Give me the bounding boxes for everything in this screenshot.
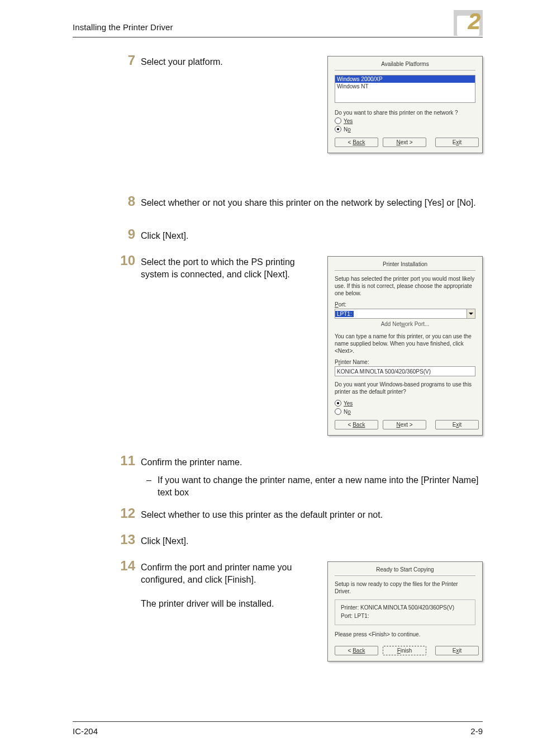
next-button[interactable]: Next > <box>383 420 426 429</box>
default-printer-question: Do you want your Windows-based programs … <box>335 381 475 395</box>
radio-yes[interactable]: Yes <box>335 400 475 407</box>
share-question: Do you want to share this printer on the… <box>335 110 475 116</box>
step-text: Select the port to which the PS printing… <box>141 256 315 280</box>
share-radio-group: Yes No <box>335 117 475 133</box>
step-text-line2: The printer driver will be installed. <box>141 599 274 608</box>
radio-icon <box>335 408 341 415</box>
chapter-number: 2 <box>468 9 480 34</box>
page-footer: IC-204 2-9 <box>73 721 483 736</box>
summary-printer: Printer: KONICA MINOLTA 500/420/360PS(V) <box>341 603 469 612</box>
footer-left: IC-204 <box>73 726 98 736</box>
printer-name-input[interactable]: KONICA MINOLTA 500/420/360PS(V) <box>335 366 475 376</box>
step-number: 8 <box>113 193 135 209</box>
port-value: LPT1: <box>335 311 354 317</box>
radio-no[interactable]: No <box>335 408 475 415</box>
step-number: 11 <box>113 453 135 469</box>
default-radio-group: Yes No <box>335 400 475 415</box>
exit-button[interactable]: Exit <box>435 138 479 147</box>
chevron-down-icon[interactable] <box>467 309 475 318</box>
step-number: 12 <box>113 505 135 521</box>
finish-button[interactable]: Finish <box>383 646 426 655</box>
step-text: Confirm the port and printer name you co… <box>141 561 315 609</box>
radio-icon <box>335 400 341 407</box>
exit-button[interactable]: Exit <box>435 420 479 429</box>
step-text: Select whether to use this printer as th… <box>141 509 483 521</box>
page-header: Installing the Printer Driver <box>73 22 483 37</box>
step-11-sub: If you want to change the printer name, … <box>158 474 483 498</box>
step-number: 10 <box>113 253 135 268</box>
radio-yes[interactable]: Yes <box>335 117 475 124</box>
radio-label: Yes <box>344 118 353 124</box>
step-text-line1: Confirm the port and printer name you co… <box>141 563 292 584</box>
dialog-description: Setup is now ready to copy the files for… <box>335 580 475 595</box>
dialog-title: Ready to Start Copying <box>328 562 482 575</box>
printer-name-label: Printer Name: <box>335 359 475 365</box>
dialog-button-row: < Back Next > Exit <box>328 417 482 435</box>
step-number: 14 <box>113 558 135 574</box>
printer-name-description: You can type a name for this printer, or… <box>335 333 475 355</box>
radio-label-underline: o <box>348 409 351 415</box>
step-number: 7 <box>113 53 135 68</box>
add-network-port-link[interactable]: Add Network Port... <box>335 321 475 327</box>
step-text: Select your platform. <box>141 56 315 68</box>
back-button[interactable]: < Back <box>335 138 378 147</box>
header-title: Installing the Printer Driver <box>73 22 173 32</box>
radio-icon <box>335 117 341 124</box>
divider <box>335 575 475 576</box>
divider <box>335 270 475 271</box>
radio-label-underline: o <box>348 126 351 133</box>
next-button[interactable]: Next > <box>383 138 426 147</box>
divider <box>335 69 475 70</box>
summary-label: Port: <box>341 613 353 619</box>
platform-listbox[interactable]: Windows 2000/XP Windows NT <box>335 75 475 103</box>
press-finish-text: Please press <Finish> to continue. <box>335 631 475 638</box>
port-label: Port: <box>335 301 475 308</box>
dialog-printer-installation: Printer Installation Setup has selected … <box>327 256 483 436</box>
back-button[interactable]: < Back <box>335 646 378 655</box>
step-number: 13 <box>113 532 135 547</box>
step-number: 9 <box>113 226 135 242</box>
content-area: 7 Select your platform. Available Platfo… <box>73 56 483 717</box>
page: Installing the Printer Driver 2 7 Select… <box>0 0 533 756</box>
printer-name-value: KONICA MINOLTA 500/420/360PS(V) <box>337 368 431 375</box>
step-text: Click [Next]. <box>141 230 483 242</box>
dialog-available-platforms: Available Platforms Windows 2000/XP Wind… <box>327 56 483 153</box>
footer-right: 2-9 <box>470 726 483 736</box>
list-item[interactable]: Windows 2000/XP <box>335 75 475 83</box>
step-text: Confirm the printer name. <box>141 456 483 469</box>
dialog-ready-to-copy: Ready to Start Copying Setup is now read… <box>327 561 483 662</box>
summary-port: Port: LPT1: <box>341 612 469 620</box>
radio-label: Yes <box>344 400 353 407</box>
radio-icon <box>335 126 341 133</box>
step-text: Select whether or not you share this pri… <box>141 197 483 209</box>
summary-box: Printer: KONICA MINOLTA 500/420/360PS(V)… <box>335 599 475 625</box>
dialog-button-row: < Back Finish Exit <box>328 642 482 661</box>
dialog-title: Printer Installation <box>328 257 482 270</box>
exit-button[interactable]: Exit <box>435 646 479 655</box>
radio-no[interactable]: No <box>335 126 475 133</box>
port-combobox[interactable]: LPT1: <box>335 309 475 319</box>
summary-value: LPT1: <box>354 613 369 619</box>
summary-label: Printer: <box>341 604 359 611</box>
dialog-title: Available Platforms <box>328 56 482 69</box>
back-button[interactable]: < Back <box>335 420 378 429</box>
dialog-button-row: < Back Next > Exit <box>328 134 482 153</box>
summary-value: KONICA MINOLTA 500/420/360PS(V) <box>360 604 454 611</box>
step-text: Click [Next]. <box>141 535 483 547</box>
list-item[interactable]: Windows NT <box>335 83 475 90</box>
dialog-description: Setup has selected the printer port you … <box>335 275 475 297</box>
